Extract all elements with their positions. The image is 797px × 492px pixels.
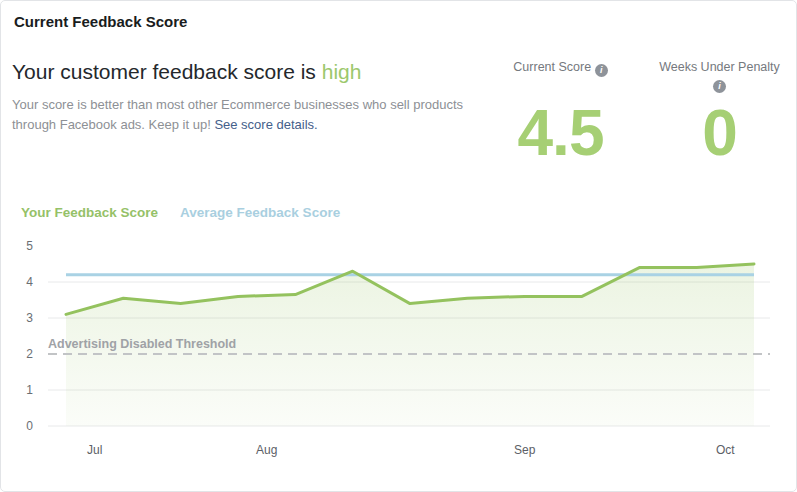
score-level-highlight: high — [322, 60, 362, 83]
stats-panel: Current Score 4.5 Weeks Under Penalty 0 — [493, 59, 787, 163]
stat-current-score: Current Score 4.5 — [493, 59, 628, 163]
weeks-under-penalty-label: Weeks Under Penalty — [659, 60, 780, 74]
info-icon[interactable] — [595, 64, 608, 77]
current-score-value: 4.5 — [493, 103, 628, 163]
y-axis-label: 2 — [26, 347, 33, 361]
feedback-chart: Advertising Disabled Threshold012345JulA… — [1, 231, 796, 491]
y-axis-label: 5 — [26, 239, 33, 253]
weeks-under-penalty-value: 0 — [652, 103, 787, 163]
description: Your score is better than most other Eco… — [12, 95, 463, 135]
chart-legend: Your Feedback Score Average Feedback Sco… — [21, 205, 340, 220]
x-axis-label: Aug — [256, 443, 277, 457]
current-score-label: Current Score — [513, 60, 591, 74]
headline: Your customer feedback score is high — [12, 59, 361, 85]
legend-your-feedback-score[interactable]: Your Feedback Score — [21, 205, 158, 220]
y-axis-label: 1 — [26, 383, 33, 397]
threshold-label: Advertising Disabled Threshold — [48, 337, 236, 351]
x-axis-label: Sep — [514, 443, 536, 457]
x-axis-label: Oct — [716, 443, 735, 457]
headline-text: Your customer feedback score is — [12, 60, 322, 83]
description-line2: through Facebook ads. Keep it up! — [12, 117, 211, 132]
page-title: Current Feedback Score — [14, 13, 187, 30]
description-line1: Your score is better than most other Eco… — [12, 97, 463, 112]
y-axis-label: 4 — [26, 275, 33, 289]
feedback-score-card: Current Feedback Score Your customer fee… — [0, 0, 797, 492]
legend-average-feedback-score[interactable]: Average Feedback Score — [180, 205, 340, 220]
info-icon[interactable] — [713, 80, 726, 93]
stat-weeks-under-penalty: Weeks Under Penalty 0 — [652, 59, 787, 163]
y-axis-label: 3 — [26, 311, 33, 325]
x-axis-label: Jul — [87, 443, 102, 457]
y-axis-label: 0 — [26, 419, 33, 433]
see-score-details-link[interactable]: See score details. — [214, 117, 317, 132]
